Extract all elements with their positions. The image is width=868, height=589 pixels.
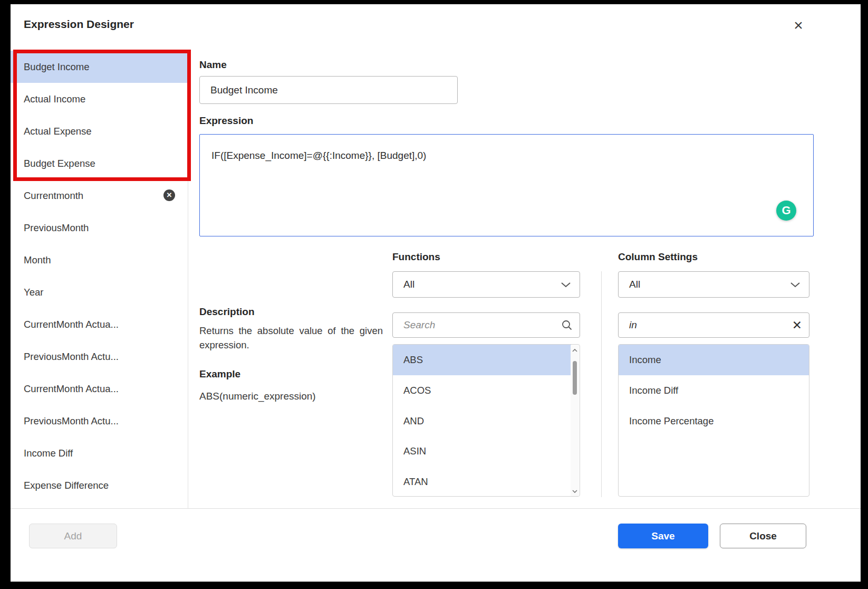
chevron-down-icon <box>790 282 801 288</box>
column-item[interactable]: Income Percentage <box>619 406 809 436</box>
list-item[interactable]: CurrentMonth Actua... <box>11 373 188 405</box>
description-text: Returns the absolute value of the given … <box>199 324 383 353</box>
scroll-down-icon[interactable] <box>572 489 577 493</box>
list-item[interactable]: Expense Difference <box>11 469 188 501</box>
column-item[interactable]: Income Diff <box>619 375 809 406</box>
panel-divider <box>601 271 602 497</box>
list-item[interactable]: Currentmonth ✕ <box>11 179 188 212</box>
clear-search-icon[interactable]: ✕ <box>792 318 802 332</box>
expression-designer-dialog: Expression Designer × Budget Income Actu… <box>11 4 861 582</box>
scrollbar-thumb[interactable] <box>573 361 577 395</box>
column-search-input[interactable] <box>618 312 809 338</box>
column-search-box: ✕ <box>618 312 809 338</box>
list-item[interactable]: Budget Expense <box>11 147 188 179</box>
add-button[interactable]: Add <box>29 524 117 548</box>
function-item[interactable]: ACOS <box>393 375 571 406</box>
expression-textarea[interactable]: IF([Expense_Income]=@{{:Income}}, [Budge… <box>199 134 814 236</box>
list-item[interactable]: Budget Income <box>11 51 188 83</box>
list-item[interactable]: PreviousMonth Actu... <box>11 405 188 437</box>
function-item[interactable]: ATAN <box>393 467 571 497</box>
functions-filter-value: All <box>403 272 414 297</box>
list-item[interactable]: PreviousMonth Actu... <box>11 340 188 373</box>
column-item[interactable]: Income <box>619 345 809 375</box>
column-settings-label: Column Settings <box>618 251 698 263</box>
dialog-title: Expression Designer <box>24 18 134 31</box>
description-label: Description <box>199 306 255 318</box>
expression-list: Budget Income Actual Income Actual Expen… <box>11 51 188 508</box>
functions-search-input[interactable] <box>392 312 580 338</box>
list-item-label: Currentmonth <box>24 190 83 201</box>
remove-item-icon[interactable]: ✕ <box>163 189 175 201</box>
example-label: Example <box>199 368 240 380</box>
functions-list: ABS ACOS AND ASIN ATAN <box>392 344 580 497</box>
function-item[interactable]: ASIN <box>393 436 571 467</box>
column-filter-value: All <box>629 272 640 297</box>
scrollbar[interactable] <box>571 345 579 497</box>
name-label: Name <box>199 59 227 71</box>
functions-filter-dropdown[interactable]: All <box>392 271 580 298</box>
name-input[interactable] <box>199 76 458 104</box>
list-item[interactable]: Actual Income <box>11 83 188 115</box>
function-item[interactable]: ABS <box>393 345 571 375</box>
function-item[interactable]: AND <box>393 406 571 436</box>
list-item[interactable]: Month <box>11 244 188 276</box>
functions-label: Functions <box>392 251 440 263</box>
scroll-up-icon[interactable] <box>572 348 577 353</box>
search-icon <box>561 319 573 331</box>
list-item[interactable]: Income Diff <box>11 437 188 469</box>
save-button[interactable]: Save <box>618 524 708 548</box>
column-filter-dropdown[interactable]: All <box>618 271 809 298</box>
expression-label: Expression <box>199 115 253 127</box>
list-item[interactable]: PreviousMonth <box>11 212 188 244</box>
list-item[interactable]: Actual Expense <box>11 115 188 147</box>
close-icon[interactable]: × <box>789 16 808 35</box>
footer-divider <box>11 508 861 509</box>
chevron-down-icon <box>561 282 571 288</box>
grammarly-icon[interactable]: G <box>776 201 796 221</box>
close-button[interactable]: Close <box>720 524 806 548</box>
list-item[interactable]: Year <box>11 276 188 308</box>
example-text: ABS(numeric_expression) <box>199 391 316 402</box>
functions-search-box <box>392 312 580 338</box>
column-list: Income Income Diff Income Percentage <box>618 344 809 497</box>
list-item[interactable]: CurrentMonth Actua... <box>11 308 188 340</box>
